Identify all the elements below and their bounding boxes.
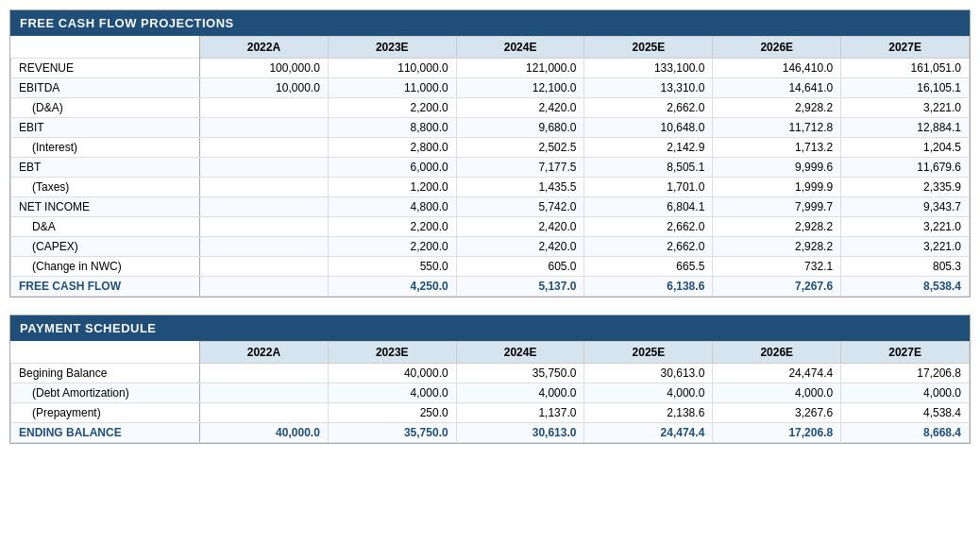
- cell-value: 10,000.0: [200, 78, 329, 98]
- cell-value: 3,221.0: [841, 98, 970, 118]
- table-row: FREE CASH FLOW4,250.05,137.06,138.67,267…: [11, 277, 970, 297]
- table-row: NET INCOME4,800.05,742.06,804.17,999.79,…: [11, 197, 970, 217]
- cell-value: [200, 98, 329, 118]
- cell-value: 2,662.0: [584, 98, 713, 118]
- row-label: NET INCOME: [11, 197, 200, 217]
- cell-value: [200, 364, 329, 383]
- table-row: EBITDA10,000.011,000.012,100.013,310.014…: [11, 78, 970, 98]
- cell-value: 2,502.5: [456, 138, 584, 158]
- cell-value: 5,742.0: [456, 197, 584, 217]
- cell-value: 10,648.0: [584, 118, 713, 138]
- table-row: (CAPEX)2,200.02,420.02,662.02,928.23,221…: [11, 237, 970, 257]
- table-row: ENDING BALANCE40,000.035,750.030,613.024…: [11, 423, 970, 443]
- cell-value: [200, 158, 329, 178]
- cell-value: 550.0: [328, 257, 456, 277]
- cell-value: 7,177.5: [456, 158, 584, 178]
- row-label: D&A: [11, 217, 200, 237]
- cell-value: 9,680.0: [456, 118, 584, 138]
- fcf-header: FREE CASH FLOW PROJECTIONS: [10, 10, 970, 36]
- cell-value: 1,713.2: [713, 138, 841, 158]
- cell-value: 1,999.9: [713, 178, 841, 197]
- cell-value: 7,267.6: [713, 277, 841, 297]
- cell-value: 35,750.0: [456, 364, 584, 383]
- col-2025E-header: 2025E: [584, 37, 713, 59]
- cell-value: 24,474.4: [584, 423, 713, 443]
- cell-value: 9,999.6: [713, 158, 841, 178]
- row-label: EBITDA: [11, 78, 200, 98]
- cell-value: 2,420.0: [456, 217, 584, 237]
- table-row: (Prepayment)250.01,137.02,138.63,267.64,…: [11, 403, 970, 423]
- cell-value: [200, 138, 329, 158]
- cell-value: [200, 257, 329, 277]
- table-row: (Change in NWC)550.0605.0665.5732.1805.3: [11, 257, 970, 277]
- cell-value: 2,200.0: [328, 98, 456, 118]
- cell-value: 250.0: [328, 403, 456, 423]
- table-row: EBIT8,800.09,680.010,648.011,712.812,884…: [11, 118, 970, 138]
- fcf-title: FREE CASH FLOW PROJECTIONS: [20, 16, 234, 30]
- cell-value: 6,138.6: [584, 277, 713, 297]
- cell-value: 732.1: [713, 257, 841, 277]
- cell-value: 14,641.0: [713, 78, 841, 98]
- cell-value: 8,538.4: [841, 277, 970, 297]
- cell-value: 30,613.0: [584, 364, 713, 383]
- row-label: REVENUE: [11, 59, 200, 78]
- cell-value: 121,000.0: [456, 59, 584, 78]
- cell-value: [200, 383, 329, 403]
- cell-value: 40,000.0: [328, 364, 456, 383]
- row-label: (Prepayment): [11, 403, 200, 423]
- cell-value: [200, 403, 329, 423]
- cell-value: [200, 237, 329, 257]
- col-2022A-header: 2022A: [200, 37, 329, 59]
- ps-section: PAYMENT SCHEDULE 2022A2023E2024E2025E202…: [9, 315, 971, 444]
- table-row: REVENUE100,000.0110,000.0121,000.0133,10…: [11, 59, 970, 78]
- cell-value: 2,138.6: [584, 403, 713, 423]
- cell-value: 2,335.9: [841, 178, 970, 197]
- cell-value: 17,206.8: [713, 423, 841, 443]
- cell-value: 4,000.0: [328, 383, 456, 403]
- cell-value: 805.3: [841, 257, 970, 277]
- cell-value: 110,000.0: [328, 59, 456, 78]
- col-2023E-header: 2023E: [328, 342, 456, 364]
- cell-value: 2,420.0: [456, 98, 584, 118]
- cell-value: 1,204.5: [841, 138, 970, 158]
- cell-value: 4,800.0: [328, 197, 456, 217]
- table-row: (Debt Amortization)4,000.04,000.04,000.0…: [11, 383, 970, 403]
- cell-value: 8,800.0: [328, 118, 456, 138]
- cell-value: 1,137.0: [456, 403, 584, 423]
- cell-value: 35,750.0: [328, 423, 456, 443]
- cell-value: 4,000.0: [713, 383, 841, 403]
- cell-value: 4,538.4: [841, 403, 970, 423]
- cell-value: 24,474.4: [713, 364, 841, 383]
- cell-value: 8,668.4: [841, 423, 970, 443]
- row-label: (Change in NWC): [11, 257, 200, 277]
- cell-value: 605.0: [456, 257, 584, 277]
- cell-value: 2,800.0: [328, 138, 456, 158]
- cell-value: [200, 277, 329, 297]
- cell-value: 161,051.0: [841, 59, 970, 78]
- cell-value: 5,137.0: [456, 277, 584, 297]
- cell-value: 9,343.7: [841, 197, 970, 217]
- cell-value: 3,221.0: [841, 237, 970, 257]
- table-row: D&A2,200.02,420.02,662.02,928.23,221.0: [11, 217, 970, 237]
- cell-value: 6,804.1: [584, 197, 713, 217]
- cell-value: 2,200.0: [328, 237, 456, 257]
- row-label: EBIT: [11, 118, 200, 138]
- cell-value: 11,679.6: [841, 158, 970, 178]
- table-row: (Interest)2,800.02,502.52,142.91,713.21,…: [11, 138, 970, 158]
- row-label: (CAPEX): [11, 237, 200, 257]
- ps-table: 2022A2023E2024E2025E2026E2027E Begining …: [10, 341, 970, 443]
- row-label: (D&A): [11, 98, 200, 118]
- col-label-header: [11, 37, 200, 59]
- cell-value: 100,000.0: [200, 59, 329, 78]
- col-2025E-header: 2025E: [584, 342, 713, 364]
- row-label: (Taxes): [11, 178, 200, 197]
- cell-value: 1,435.5: [456, 178, 584, 197]
- ps-title: PAYMENT SCHEDULE: [20, 321, 157, 335]
- cell-value: [200, 217, 329, 237]
- cell-value: 133,100.0: [584, 59, 713, 78]
- col-2026E-header: 2026E: [713, 37, 841, 59]
- col-2023E-header: 2023E: [328, 37, 456, 59]
- cell-value: 13,310.0: [584, 78, 713, 98]
- cell-value: 4,250.0: [328, 277, 456, 297]
- row-label: Begining Balance: [11, 364, 200, 383]
